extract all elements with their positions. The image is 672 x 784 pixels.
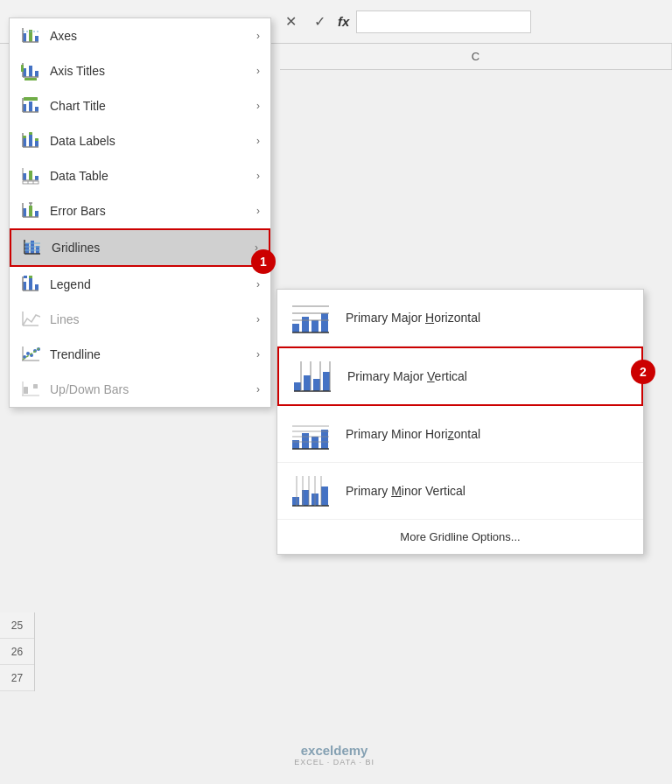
main-menu: Axes › Axis Titles › bbox=[9, 18, 271, 408]
svg-rect-89 bbox=[302, 433, 309, 449]
svg-rect-27 bbox=[23, 173, 26, 180]
svg-rect-32 bbox=[23, 181, 38, 184]
data-labels-icon bbox=[20, 130, 41, 151]
svg-rect-97 bbox=[292, 497, 299, 506]
error-bars-label: Error Bars bbox=[50, 204, 256, 218]
sub-menu-item-primary-major-horizontal[interactable]: Primary Major Horizontal bbox=[277, 290, 643, 346]
gridlines-label: Gridlines bbox=[52, 241, 255, 255]
menu-item-data-labels[interactable]: Data Labels › bbox=[10, 123, 270, 158]
lines-arrow: › bbox=[256, 313, 260, 326]
menu-item-updown-bars[interactable]: Up/Down Bars › bbox=[10, 372, 270, 407]
row-numbers: 25 26 27 bbox=[0, 612, 35, 691]
svg-rect-14 bbox=[29, 102, 32, 112]
confirm-icon[interactable]: ✓ bbox=[309, 11, 331, 32]
svg-rect-25 bbox=[29, 132, 32, 135]
vert-gridline-icon bbox=[291, 357, 335, 396]
minor-vert-icon bbox=[290, 472, 333, 510]
svg-rect-90 bbox=[312, 437, 318, 449]
svg-rect-81 bbox=[313, 379, 320, 391]
menu-item-trendline[interactable]: Trendline › bbox=[10, 337, 270, 372]
svg-rect-88 bbox=[292, 440, 299, 449]
menu-item-legend[interactable]: Legend › bbox=[10, 267, 270, 302]
watermark-line1: exceldemy bbox=[301, 743, 368, 758]
svg-rect-73 bbox=[312, 320, 318, 332]
menu-item-axis-titles[interactable]: Axis Titles › bbox=[10, 53, 270, 88]
axis-titles-arrow: › bbox=[256, 65, 260, 77]
primary-major-vertical-label: Primary Major Vertical bbox=[347, 369, 467, 383]
svg-rect-52 bbox=[35, 284, 38, 290]
trendline-icon bbox=[20, 344, 41, 365]
svg-rect-12 bbox=[24, 78, 37, 80]
svg-point-60 bbox=[26, 352, 30, 355]
svg-rect-55 bbox=[24, 276, 27, 278]
watermark-line2: EXCEL · DATA · BI bbox=[294, 758, 374, 766]
svg-rect-42 bbox=[25, 243, 29, 254]
row-25: 25 bbox=[0, 612, 34, 639]
axis-titles-label: Axis Titles bbox=[50, 64, 256, 78]
menu-item-lines[interactable]: Lines › bbox=[10, 302, 270, 337]
axis-titles-icon bbox=[20, 60, 41, 81]
horiz-gridline-icon bbox=[290, 298, 333, 337]
svg-rect-21 bbox=[35, 141, 38, 147]
svg-rect-11 bbox=[21, 65, 24, 72]
axes-arrow: › bbox=[256, 30, 260, 42]
svg-rect-51 bbox=[29, 278, 32, 290]
svg-rect-80 bbox=[304, 375, 311, 391]
data-table-arrow: › bbox=[256, 170, 260, 182]
svg-rect-7 bbox=[29, 66, 32, 77]
svg-rect-26 bbox=[35, 138, 38, 141]
svg-rect-37 bbox=[35, 211, 38, 217]
svg-rect-79 bbox=[294, 382, 301, 391]
badge-2: 2 bbox=[631, 360, 655, 384]
row-26: 26 bbox=[0, 639, 34, 665]
updown-bars-label: Up/Down Bars bbox=[50, 382, 256, 396]
row-27: 27 bbox=[0, 665, 34, 691]
lines-icon bbox=[20, 309, 41, 330]
sub-menu-item-primary-major-vertical[interactable]: Primary Major Vertical bbox=[277, 346, 643, 406]
badge-1: 1 bbox=[251, 249, 276, 274]
menu-item-axes[interactable]: Axes › bbox=[10, 18, 270, 53]
svg-rect-82 bbox=[323, 372, 330, 391]
svg-rect-20 bbox=[29, 135, 32, 147]
svg-rect-2 bbox=[35, 36, 38, 42]
primary-minor-horizontal-label: Primary Minor Horizontal bbox=[346, 427, 480, 441]
legend-arrow: › bbox=[256, 278, 260, 290]
more-options-label: More Gridline Options... bbox=[400, 530, 520, 543]
sub-menu-item-primary-minor-horizontal[interactable]: Primary Minor Horizontal bbox=[277, 406, 643, 463]
formula-input[interactable] bbox=[356, 10, 531, 33]
more-gridline-options[interactable]: More Gridline Options... bbox=[277, 520, 643, 554]
error-bars-arrow: › bbox=[256, 205, 260, 217]
svg-rect-28 bbox=[29, 171, 32, 180]
svg-rect-72 bbox=[302, 317, 309, 332]
menu-item-chart-title[interactable]: Chart Title › bbox=[10, 88, 270, 123]
column-c-header: C bbox=[280, 44, 672, 69]
menu-item-error-bars[interactable]: Error Bars › bbox=[10, 193, 270, 228]
menu-item-data-table[interactable]: Data Table › bbox=[10, 158, 270, 193]
lines-label: Lines bbox=[50, 312, 256, 326]
svg-rect-71 bbox=[292, 324, 299, 332]
minor-horiz-icon bbox=[290, 415, 333, 453]
svg-rect-18 bbox=[24, 97, 38, 101]
sub-menu-item-primary-minor-vertical[interactable]: Primary Minor Vertical bbox=[277, 463, 643, 520]
svg-rect-56 bbox=[29, 276, 32, 278]
chart-title-arrow: › bbox=[256, 100, 260, 112]
data-labels-label: Data Labels bbox=[50, 134, 256, 148]
primary-major-horizontal-label: Primary Major Horizontal bbox=[346, 311, 480, 325]
svg-rect-74 bbox=[321, 313, 328, 332]
svg-rect-24 bbox=[23, 136, 26, 138]
chart-title-icon bbox=[20, 95, 41, 116]
svg-rect-67 bbox=[24, 387, 28, 394]
cancel-icon[interactable]: ✕ bbox=[280, 11, 302, 32]
svg-rect-15 bbox=[35, 107, 38, 112]
data-table-icon bbox=[20, 165, 41, 186]
error-bars-icon bbox=[20, 200, 41, 221]
svg-rect-91 bbox=[321, 430, 328, 449]
menu-item-gridlines[interactable]: Gridlines › 1 bbox=[10, 228, 270, 267]
legend-label: Legend bbox=[50, 277, 256, 291]
trendline-label: Trendline bbox=[50, 347, 256, 361]
updown-bars-icon bbox=[20, 379, 41, 400]
axes-label: Axes bbox=[50, 29, 256, 43]
fx-label: fx bbox=[338, 14, 349, 29]
data-table-label: Data Table bbox=[50, 169, 256, 183]
chart-title-label: Chart Title bbox=[50, 99, 256, 113]
